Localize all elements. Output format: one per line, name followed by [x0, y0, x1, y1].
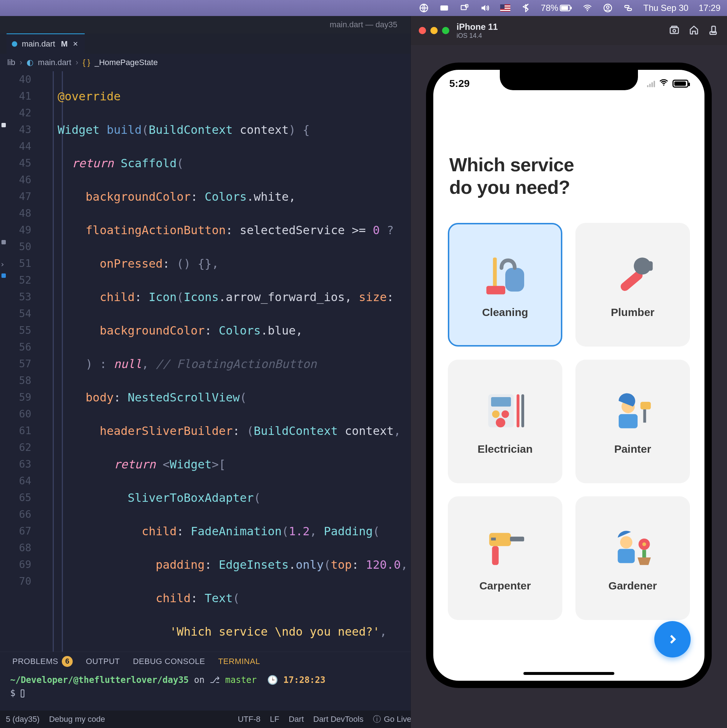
menubar-date[interactable]: Thu Sep 30 [643, 3, 689, 13]
sb-go-live[interactable]: ⓘGo Live [373, 714, 411, 725]
volume-icon[interactable] [480, 3, 490, 13]
svg-rect-23 [486, 286, 505, 294]
svg-point-29 [492, 410, 499, 418]
svg-rect-35 [619, 414, 638, 428]
service-card-electrician[interactable]: Electrician [448, 359, 562, 483]
tab-label: main.dart [22, 39, 55, 49]
terminal-branch: master [225, 675, 257, 685]
svg-rect-43 [618, 549, 635, 563]
dart-file-icon: ◐ [26, 58, 34, 67]
close-icon[interactable]: ✕ [73, 40, 78, 48]
panel-tab-terminal[interactable]: TERMINAL [218, 657, 260, 666]
line-number-gutter: 4041424344 4546474849 5051525354 5556575… [0, 71, 36, 652]
panel-tab-output[interactable]: OUTPUT [86, 657, 119, 666]
phone-statusbar: 5:29 [433, 76, 704, 91]
svg-point-14 [12, 41, 17, 47]
cellular-signal-icon [647, 80, 655, 87]
electrician-icon [482, 388, 529, 435]
svg-point-9 [587, 10, 588, 11]
service-label: Cleaning [482, 306, 528, 318]
traffic-lights[interactable] [419, 27, 449, 34]
service-card-carpenter[interactable]: Carpenter [448, 496, 562, 620]
svg-rect-21 [505, 268, 524, 292]
simulator-titles: iPhone 11 iOS 14.4 [457, 22, 498, 40]
svg-rect-7 [561, 6, 568, 10]
battery-status[interactable]: 78% [541, 3, 572, 13]
screenshot-icon[interactable] [669, 24, 680, 37]
sb-debug-config[interactable]: Debug my code [49, 714, 105, 724]
carpenter-icon [482, 525, 529, 572]
svg-rect-41 [491, 537, 496, 540]
zoom-window-button[interactable] [442, 27, 449, 34]
panel-tab-debug-console[interactable]: DEBUG CONSOLE [133, 657, 205, 666]
caption-icon[interactable] [439, 3, 449, 13]
sb-dart-devtools[interactable]: Dart DevTools [313, 714, 364, 724]
svg-rect-8 [570, 7, 571, 9]
sb-encoding[interactable]: UTF-8 [238, 714, 260, 724]
svg-point-11 [606, 6, 609, 8]
sb-language[interactable]: Dart [289, 714, 304, 724]
service-label: Electrician [478, 443, 533, 455]
simulator-stage: 5:29 Which service do you need? [411, 45, 727, 728]
cleaning-icon [482, 251, 529, 298]
fab-next-button[interactable] [654, 621, 691, 658]
svg-rect-5 [465, 5, 468, 7]
terminal-cwd: ~/Developer/@theflutterlover/day35 [10, 675, 189, 685]
svg-point-20 [663, 84, 664, 86]
symbol-class-icon: { } [82, 58, 90, 67]
problems-count-badge: 6 [62, 656, 73, 667]
service-card-painter[interactable]: Painter [576, 359, 690, 483]
service-label: Plumber [611, 306, 654, 318]
terminal-prompt: $ [10, 688, 15, 698]
panel-tab-problems[interactable]: PROBLEMS 6 [12, 656, 73, 667]
svg-rect-33 [521, 394, 524, 427]
battery-icon [672, 80, 689, 88]
display-icon[interactable] [460, 3, 470, 13]
service-card-cleaning[interactable]: Cleaning [448, 223, 562, 347]
dart-file-icon [11, 40, 18, 47]
menubar-time[interactable]: 17:29 [699, 3, 721, 13]
simulator-os-version: iOS 14.4 [457, 32, 498, 40]
simulator-window: iPhone 11 iOS 14.4 5:29 [411, 16, 727, 728]
home-icon[interactable] [689, 24, 700, 37]
terminal-time: 17:28:23 [284, 675, 326, 685]
chevron-right-icon: › [20, 58, 22, 67]
home-indicator[interactable] [524, 672, 614, 675]
battery-percent: 78% [541, 3, 558, 13]
simulator-titlebar[interactable]: iPhone 11 iOS 14.4 [411, 16, 727, 45]
svg-rect-22 [493, 257, 496, 288]
painter-icon [609, 388, 657, 435]
tab-main-dart[interactable]: main.dart M ✕ [6, 34, 85, 54]
svg-point-31 [496, 418, 505, 427]
phone-screen[interactable]: 5:29 Which service do you need? [433, 70, 704, 681]
svg-rect-39 [510, 537, 524, 541]
svg-point-45 [642, 542, 646, 546]
service-card-plumber[interactable]: Plumber [576, 223, 690, 347]
svg-rect-3 [444, 9, 447, 9]
svg-rect-16 [672, 26, 677, 28]
sb-project[interactable]: 5 (day35) [6, 714, 40, 724]
breadcrumb-folder[interactable]: lib [7, 58, 15, 67]
svg-rect-37 [643, 410, 646, 422]
arrow-forward-icon [666, 633, 679, 645]
service-card-gardener[interactable]: Gardener [576, 496, 690, 620]
wifi-icon[interactable] [582, 3, 593, 13]
breadcrumb-symbol[interactable]: _HomePageState [95, 58, 158, 67]
close-window-button[interactable] [419, 27, 426, 34]
bluetooth-icon[interactable] [521, 3, 531, 13]
sb-eol[interactable]: LF [270, 714, 279, 724]
input-flag-us[interactable] [500, 5, 510, 12]
globe-icon[interactable] [419, 3, 429, 13]
svg-rect-2 [441, 9, 443, 9]
minimize-window-button[interactable] [431, 27, 438, 34]
breadcrumb-file[interactable]: main.dart [38, 58, 71, 67]
svg-point-17 [673, 29, 676, 32]
page-title: Which service do you need? [433, 106, 704, 199]
control-center-icon[interactable] [623, 3, 633, 13]
tab-modified-badge: M [61, 39, 67, 49]
service-label: Painter [614, 443, 651, 455]
user-icon[interactable] [603, 3, 613, 13]
rotate-icon[interactable] [708, 24, 719, 37]
service-label: Carpenter [480, 580, 531, 592]
phone-time: 5:29 [449, 78, 470, 89]
